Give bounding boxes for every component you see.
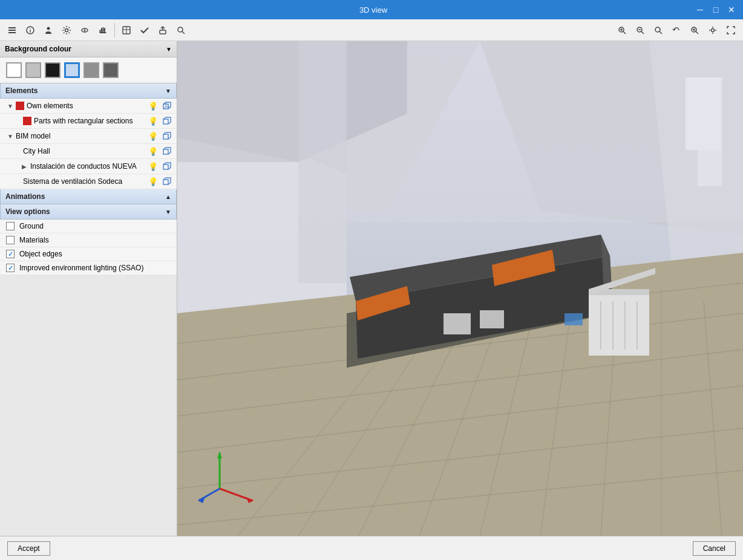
- materials-checkbox[interactable]: [6, 236, 15, 244]
- sistema-cube[interactable]: [161, 176, 172, 187]
- sistema-eye[interactable]: 💡: [148, 176, 159, 187]
- minimize-button[interactable]: ─: [693, 3, 707, 16]
- tree-item-own-elements[interactable]: ▼ Own elements 💡: [0, 99, 177, 114]
- tree-item-city-hall[interactable]: ▼ City Hall 💡: [0, 144, 177, 159]
- parts-rect-cube[interactable]: [161, 116, 172, 126]
- animations-label: Animations: [5, 192, 45, 201]
- own-elements-arrow: ▼: [7, 103, 13, 109]
- tb-zoom-fit-icon[interactable]: [632, 22, 649, 39]
- tb-info-icon[interactable]: i: [22, 22, 39, 39]
- own-elements-eye[interactable]: 💡: [148, 100, 159, 111]
- tb-check-icon[interactable]: [136, 22, 153, 39]
- own-elements-cube[interactable]: [161, 100, 172, 111]
- swatch-lgray[interactable]: [25, 62, 41, 78]
- instalacion-cube[interactable]: [161, 161, 172, 172]
- svg-rect-13: [100, 32, 106, 33]
- maximize-button[interactable]: □: [709, 3, 722, 16]
- tree-item-instalacion[interactable]: ▶ Instalación de conductos NUEVA 💡: [0, 159, 177, 174]
- sistema-label: Sistema de ventilación Sodeca: [23, 177, 145, 186]
- elements-label: Elements: [5, 86, 38, 95]
- city-hall-label: City Hall: [23, 147, 145, 155]
- swatch-dgray[interactable]: [103, 62, 119, 78]
- tb-fullscreen-icon[interactable]: [722, 22, 739, 39]
- view-option-ground[interactable]: Ground: [0, 220, 177, 233]
- tree-item-parts-rect[interactable]: ▼ Parts with rectangular sections 💡: [0, 114, 177, 129]
- left-panel: Background colour ▼ Elements ▼ ▼: [0, 41, 177, 536]
- parts-rect-eye[interactable]: 💡: [148, 116, 159, 126]
- scene-canvas: [177, 41, 743, 536]
- view-options-header[interactable]: View options ▼: [0, 204, 177, 220]
- view-option-object-edges[interactable]: Object edges: [0, 247, 177, 261]
- bg-color-header[interactable]: Background colour ▼: [0, 41, 177, 57]
- svg-rect-53: [698, 150, 722, 186]
- svg-rect-38: [163, 119, 168, 124]
- swatch-lblue[interactable]: [64, 62, 80, 78]
- svg-line-19: [182, 31, 185, 34]
- own-elements-color: [16, 102, 24, 110]
- animations-section: Animations ▲: [0, 189, 177, 204]
- view-options-label: View options: [5, 207, 50, 216]
- svg-point-5: [47, 27, 50, 30]
- city-hall-cube[interactable]: [161, 146, 172, 157]
- cancel-button[interactable]: Cancel: [693, 541, 736, 556]
- tb-zoom-out-icon[interactable]: [650, 22, 667, 39]
- parts-rect-color: [23, 117, 31, 125]
- svg-rect-39: [163, 134, 168, 139]
- svg-rect-85: [565, 313, 583, 325]
- animations-header[interactable]: Animations ▲: [0, 189, 177, 204]
- title-bar: 3D view ─ □ ✕: [0, 0, 743, 19]
- svg-line-28: [660, 31, 662, 34]
- bim-model-cube[interactable]: [161, 131, 172, 142]
- toolbar: i: [0, 19, 743, 41]
- svg-point-33: [712, 28, 715, 31]
- tb-export-icon[interactable]: [154, 22, 171, 39]
- swatch-black[interactable]: [45, 62, 61, 78]
- view-option-materials[interactable]: Materials: [0, 233, 177, 247]
- ground-checkbox[interactable]: [6, 222, 15, 230]
- tree-item-bim-model[interactable]: ▼ BIM model 💡: [0, 129, 177, 144]
- tb-zoom-region-icon[interactable]: [686, 22, 703, 39]
- main-layout: Background colour ▼ Elements ▼ ▼: [0, 41, 743, 536]
- materials-label: Materials: [19, 236, 49, 244]
- ssao-checkbox[interactable]: [6, 264, 15, 272]
- swatch-mgray[interactable]: [83, 62, 99, 78]
- svg-rect-49: [298, 41, 347, 283]
- tb-search-icon[interactable]: [172, 22, 189, 39]
- svg-line-25: [641, 31, 644, 34]
- tb-rotate-icon[interactable]: [668, 22, 685, 39]
- tb-list-icon[interactable]: [4, 22, 21, 39]
- elements-section: Elements ▼ ▼ Own elements 💡 ▼ Parts with…: [0, 83, 177, 189]
- tree-item-sistema[interactable]: ▼ Sistema de ventilación Sodeca 💡: [0, 174, 177, 189]
- tb-table-icon[interactable]: [118, 22, 135, 39]
- svg-rect-17: [160, 30, 166, 34]
- instalacion-eye[interactable]: 💡: [148, 161, 159, 172]
- svg-point-6: [65, 28, 68, 31]
- elements-chevron: ▼: [165, 88, 171, 94]
- svg-text:i: i: [30, 28, 31, 34]
- accept-button[interactable]: Accept: [7, 541, 50, 556]
- svg-rect-10: [103, 27, 104, 32]
- tb-eye-icon[interactable]: [76, 22, 93, 39]
- instalacion-label: Instalación de conductos NUEVA: [30, 162, 145, 171]
- bim-model-eye[interactable]: 💡: [148, 131, 159, 142]
- swatch-white[interactable]: [6, 62, 22, 78]
- bim-model-label: BIM model: [16, 132, 145, 140]
- object-edges-checkbox[interactable]: [6, 250, 15, 258]
- tb-settings-icon[interactable]: [58, 22, 75, 39]
- svg-rect-9: [101, 28, 102, 32]
- city-hall-eye[interactable]: 💡: [148, 146, 159, 157]
- 3d-viewport[interactable]: [177, 41, 743, 536]
- svg-rect-41: [163, 164, 168, 169]
- tb-hand-icon[interactable]: [94, 22, 111, 39]
- bg-color-section: Background colour ▼: [0, 41, 177, 83]
- tb-pan-icon[interactable]: [704, 22, 721, 39]
- tb-zoom-in-icon[interactable]: [614, 22, 630, 39]
- tb-person-icon[interactable]: [40, 22, 57, 39]
- elements-header[interactable]: Elements ▼: [0, 83, 177, 99]
- view-option-ssao[interactable]: Improved environment lighting (SSAO): [0, 261, 177, 275]
- svg-rect-0: [8, 27, 16, 28]
- parts-rect-label: Parts with rectangular sections: [34, 117, 145, 125]
- close-button[interactable]: ✕: [725, 3, 738, 16]
- svg-point-27: [655, 27, 660, 32]
- object-edges-label: Object edges: [19, 250, 62, 258]
